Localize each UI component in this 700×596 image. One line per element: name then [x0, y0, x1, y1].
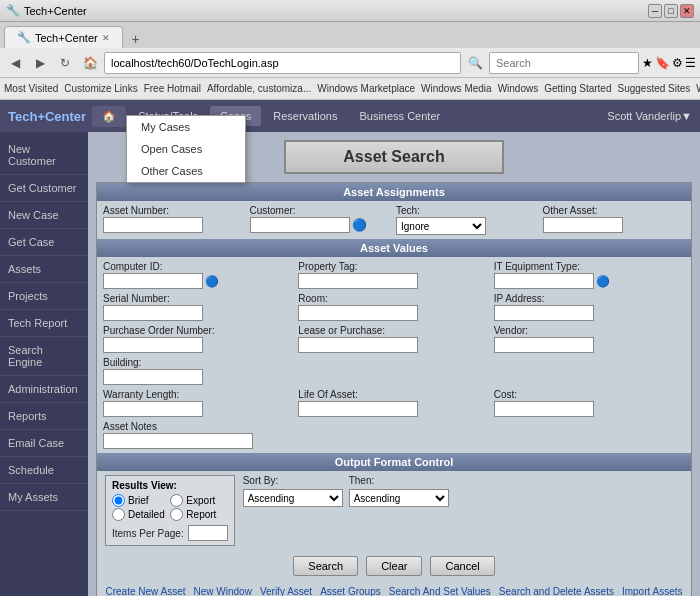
customer-input[interactable] — [250, 217, 350, 233]
sidebar-item-schedule[interactable]: Schedule — [0, 457, 88, 484]
maximize-button[interactable]: □ — [664, 4, 678, 18]
sidebar-item-reports[interactable]: Reports — [0, 403, 88, 430]
cancel-button[interactable]: Cancel — [430, 556, 494, 576]
new-tab-button[interactable]: + — [127, 30, 145, 48]
close-button[interactable]: ✕ — [680, 4, 694, 18]
radio-brief-input[interactable] — [112, 494, 125, 507]
bookmark-icon[interactable]: 🔖 — [655, 56, 670, 70]
settings-icon[interactable]: ⚙ — [672, 56, 683, 70]
link-new-window[interactable]: New Window — [194, 586, 252, 596]
go-button[interactable]: 🔍 — [464, 52, 486, 74]
bookmark-most-visited[interactable]: Most Visited — [4, 83, 58, 94]
bookmark-web-slice[interactable]: Web Slice Gallery — [696, 83, 700, 94]
radio-export[interactable]: Export — [170, 494, 227, 507]
tech-select[interactable]: Ignore — [396, 217, 486, 235]
active-tab[interactable]: 🔧 Tech+Center ✕ — [4, 26, 123, 48]
tab-close-icon[interactable]: ✕ — [102, 33, 110, 43]
browser-search[interactable] — [489, 52, 639, 74]
link-search-delete-assets[interactable]: Search and Delete Assets — [499, 586, 614, 596]
clear-button[interactable]: Clear — [366, 556, 422, 576]
dropdown-other-cases[interactable]: Other Cases — [127, 160, 245, 182]
sidebar-item-new-customer[interactable]: New Customer — [0, 136, 88, 175]
forward-button[interactable]: ▶ — [29, 52, 51, 74]
nav-icons: ★ 🔖 ⚙ ☰ — [642, 56, 696, 70]
bookmark-hotmail[interactable]: Free Hotmail — [144, 83, 201, 94]
nav-reservations[interactable]: Reservations — [263, 106, 347, 126]
sort-by-select[interactable]: Ascending Descending — [243, 489, 343, 507]
link-asset-groups[interactable]: Asset Groups — [320, 586, 381, 596]
asset-number-input[interactable] — [103, 217, 203, 233]
sidebar-item-new-case[interactable]: New Case — [0, 202, 88, 229]
building-input[interactable] — [103, 369, 203, 385]
home-button[interactable]: 🏠 — [79, 52, 101, 74]
lease-purchase-input[interactable] — [298, 337, 418, 353]
asset-notes-input[interactable] — [103, 433, 253, 449]
other-asset-input[interactable] — [543, 217, 623, 233]
bookmark-marketplace[interactable]: Windows Marketplace — [317, 83, 415, 94]
vendor-input[interactable] — [494, 337, 594, 353]
serial-number-input[interactable] — [103, 305, 203, 321]
minimize-button[interactable]: ─ — [648, 4, 662, 18]
refresh-button[interactable]: ↻ — [54, 52, 76, 74]
sidebar-item-administration[interactable]: Administration — [0, 376, 88, 403]
dropdown-open-cases[interactable]: Open Cases — [127, 138, 245, 160]
menu-icon[interactable]: ☰ — [685, 56, 696, 70]
warranty-group: Warranty Length: — [103, 389, 294, 417]
it-equipment-group: IT Equipment Type: 🔵 — [494, 261, 685, 289]
then-label: Then: — [349, 475, 449, 486]
results-view-box: Results View: Brief Export Detailed Repo… — [105, 475, 235, 546]
property-tag-input[interactable] — [298, 273, 418, 289]
items-per-page-label: Items Per Page: — [112, 528, 184, 539]
room-input[interactable] — [298, 305, 418, 321]
bookmark-getting-started[interactable]: Getting Started — [544, 83, 611, 94]
link-import-assets[interactable]: Import Assets — [622, 586, 683, 596]
nav-home[interactable]: 🏠 — [92, 106, 126, 127]
sidebar-item-email-case[interactable]: Email Case — [0, 430, 88, 457]
radio-report-input[interactable] — [170, 508, 183, 521]
customer-label: Customer: — [250, 205, 393, 216]
computer-id-icon[interactable]: 🔵 — [205, 275, 219, 288]
address-bar[interactable] — [104, 52, 461, 74]
it-equipment-input[interactable] — [494, 273, 594, 289]
sidebar-item-projects[interactable]: Projects — [0, 283, 88, 310]
ip-address-input[interactable] — [494, 305, 594, 321]
computer-id-input[interactable] — [103, 273, 203, 289]
user-name[interactable]: Scott Vanderlip▼ — [607, 110, 692, 122]
radio-export-input[interactable] — [170, 494, 183, 507]
customer-search-icon[interactable]: 🔵 — [352, 218, 367, 232]
link-search-set-values[interactable]: Search And Set Values — [389, 586, 491, 596]
po-number-input[interactable] — [103, 337, 203, 353]
radio-brief[interactable]: Brief — [112, 494, 169, 507]
warranty-input[interactable] — [103, 401, 203, 417]
app-container: Tech+Center 🏠 Status/Tools Cases Reserva… — [0, 100, 700, 596]
items-per-page-input[interactable] — [188, 525, 228, 541]
search-button[interactable]: Search — [293, 556, 358, 576]
sidebar-item-get-customer[interactable]: Get Customer — [0, 175, 88, 202]
bookmark-windows[interactable]: Windows — [498, 83, 539, 94]
then-select[interactable]: Ascending Descending — [349, 489, 449, 507]
star-icon[interactable]: ★ — [642, 56, 653, 70]
bookmark-customize[interactable]: Customize Links — [64, 83, 137, 94]
it-equipment-icon[interactable]: 🔵 — [596, 275, 610, 288]
bookmark-suggested[interactable]: Suggested Sites — [617, 83, 690, 94]
nav-business-center[interactable]: Business Center — [349, 106, 450, 126]
asset-number-label: Asset Number: — [103, 205, 246, 216]
sidebar-item-get-case[interactable]: Get Case — [0, 229, 88, 256]
bookmark-media[interactable]: Windows Media — [421, 83, 492, 94]
sidebar-item-my-assets[interactable]: My Assets — [0, 484, 88, 511]
sidebar-item-assets[interactable]: Assets — [0, 256, 88, 283]
sidebar-item-search-engine[interactable]: Search Engine — [0, 337, 88, 376]
radio-detailed-input[interactable] — [112, 508, 125, 521]
tech-group: Tech: Ignore — [396, 205, 539, 235]
radio-detailed[interactable]: Detailed — [112, 508, 169, 521]
life-of-asset-input[interactable] — [298, 401, 418, 417]
link-create-new-asset[interactable]: Create New Asset — [105, 586, 185, 596]
radio-report[interactable]: Report — [170, 508, 227, 521]
report-label: Report — [186, 509, 216, 520]
bookmark-affordable[interactable]: Affordable, customiza... — [207, 83, 311, 94]
cost-input[interactable] — [494, 401, 594, 417]
sidebar-item-tech-report[interactable]: Tech Report — [0, 310, 88, 337]
link-verify-asset[interactable]: Verify Asset — [260, 586, 312, 596]
back-button[interactable]: ◀ — [4, 52, 26, 74]
output-format-header: Output Format Control — [97, 453, 691, 471]
